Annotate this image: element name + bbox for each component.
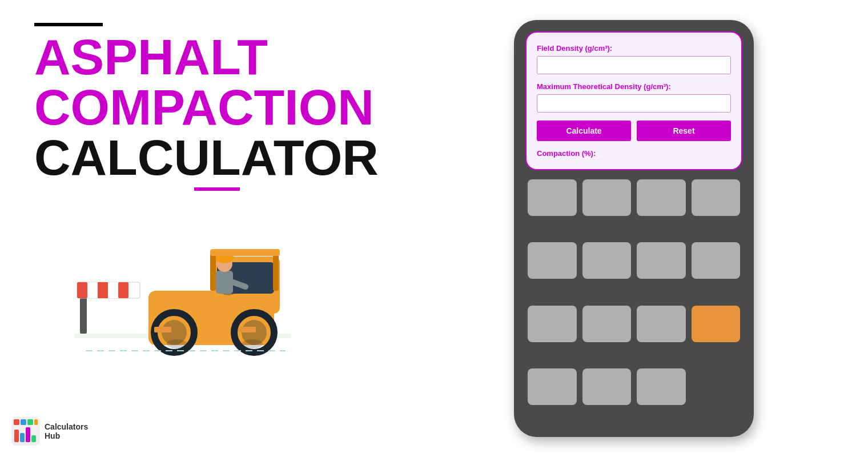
svg-rect-36 [31,435,36,442]
svg-rect-34 [20,433,25,442]
button-row: Calculate Reset [537,121,731,141]
field2-label: Maximum Theoretical Density (g/cm³): [537,82,731,91]
svg-point-26 [242,339,263,348]
key-1[interactable] [528,179,577,216]
svg-point-25 [167,339,187,348]
reset-button[interactable]: Reset [637,121,731,141]
logo-area: Calculators Hub [11,417,88,446]
svg-rect-17 [273,251,279,291]
sub-bar-decoration [194,187,240,191]
left-section: ASPHALT COMPACTION CALCULATOR [0,0,400,457]
calculator-device: Field Density (g/cm³): Maximum Theoretic… [514,20,754,437]
road-compactor-illustration [57,202,297,356]
svg-rect-4 [87,282,98,298]
svg-rect-35 [26,427,30,442]
key-4[interactable] [692,179,741,216]
svg-rect-7 [118,282,128,298]
right-section: Field Density (g/cm³): Maximum Theoretic… [400,0,868,457]
svg-rect-30 [21,419,26,425]
key-9[interactable] [528,306,577,342]
calculator-screen: Field Density (g/cm³): Maximum Theoretic… [525,31,742,170]
title-line1: ASPHALT [34,29,268,85]
key-5[interactable] [528,242,577,279]
title-line2: COMPACTION [34,79,374,135]
key-3[interactable] [637,179,686,216]
field-density-input[interactable] [537,56,731,74]
calculators-hub-logo-icon [11,417,40,446]
key-11[interactable] [637,306,686,342]
max-theoretical-density-input[interactable] [537,94,731,113]
key-orange[interactable] [692,306,741,342]
compaction-result-label: Compaction (%): [537,149,731,158]
key-7[interactable] [637,242,686,279]
illustration-area [57,202,308,362]
field1-label: Field Density (g/cm³): [537,44,731,53]
svg-rect-6 [108,282,118,298]
key-6[interactable] [582,242,632,279]
logo-text: Calculators Hub [45,422,88,440]
svg-rect-32 [34,419,38,425]
svg-rect-23 [154,327,171,332]
svg-rect-16 [210,251,216,291]
title-bar-decoration [34,23,103,26]
key-12[interactable] [528,368,577,405]
svg-rect-33 [14,430,19,442]
key-2[interactable] [582,179,632,216]
logo-line1: Calculators [45,422,88,431]
svg-rect-18 [210,249,280,256]
key-10[interactable] [582,306,632,342]
svg-rect-29 [14,419,19,425]
key-13[interactable] [582,368,632,405]
calculate-button[interactable]: Calculate [537,121,631,141]
svg-rect-5 [98,282,108,298]
svg-rect-24 [239,327,256,332]
logo-line2: Hub [45,431,88,440]
svg-rect-3 [77,282,87,298]
key-14[interactable] [637,368,686,405]
key-8[interactable] [692,242,741,279]
main-title: ASPHALT COMPACTION CALCULATOR [34,32,365,183]
keypad [525,179,742,426]
svg-rect-31 [27,419,33,425]
title-line3: CALCULATOR [34,129,379,186]
